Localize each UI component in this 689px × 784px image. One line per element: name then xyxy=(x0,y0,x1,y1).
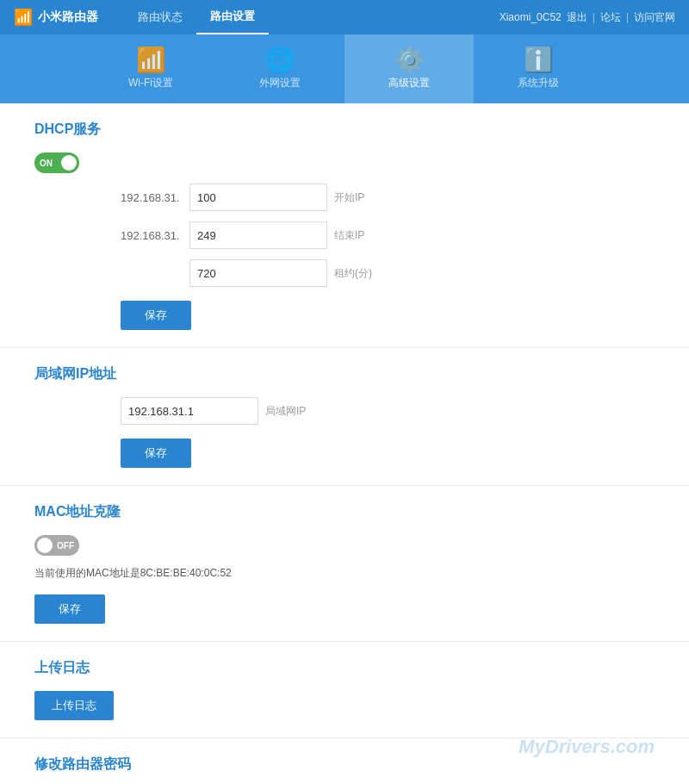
official-link[interactable]: 访问官网 xyxy=(634,10,675,25)
tab-upgrade-label: 系统升级 xyxy=(518,76,559,90)
end-ip-row: 192.168.31. 结束IP xyxy=(34,221,655,249)
forum-link[interactable]: 论坛 xyxy=(600,10,621,25)
start-ip-label: 开始IP xyxy=(334,190,386,205)
start-ip-prefix: 192.168.31. xyxy=(121,191,189,204)
mac-toggle-wrap: OFF xyxy=(34,535,655,556)
lease-row: 租约(分) xyxy=(34,259,655,287)
tab-advanced[interactable]: ⚙️ 高级设置 xyxy=(344,34,474,103)
tab-wan-label: 外网设置 xyxy=(259,76,301,90)
wifi-logo-icon: 📶 xyxy=(14,8,33,27)
tab-upgrade[interactable]: ℹ️ 系统升级 xyxy=(474,34,603,103)
end-ip-input[interactable] xyxy=(189,221,327,249)
lan-ip-save-button[interactable]: 保存 xyxy=(121,439,191,468)
top-nav: 📶 小米路由器 路由状态 路由设置 Xiaomi_0C52 退出 | 论坛 | … xyxy=(0,0,689,34)
dhcp-toggle-wrap: ON xyxy=(34,152,655,173)
logo: 📶 小米路由器 xyxy=(14,8,98,27)
lan-ip-row: 局域网IP xyxy=(34,397,655,425)
change-password-section: 修改路由器密码 保存 xyxy=(0,738,689,784)
user-info: Xiaomi_0C52 退出 | 论坛 | 访问官网 xyxy=(500,10,675,25)
logout-link[interactable]: 退出 xyxy=(567,10,587,25)
lease-label: 租约(分) xyxy=(334,266,386,281)
tab-wifi[interactable]: 📶 Wi-Fi设置 xyxy=(86,34,215,103)
mac-toggle[interactable]: OFF xyxy=(34,535,79,556)
dhcp-toggle[interactable]: ON xyxy=(34,152,79,173)
nav-links: 路由状态 路由设置 xyxy=(124,0,500,34)
tab-advanced-label: 高级设置 xyxy=(388,76,430,90)
upload-log-button[interactable]: 上传日志 xyxy=(34,691,114,720)
lan-ip-section: 局域网IP地址 局域网IP 保存 xyxy=(0,348,689,486)
end-ip-prefix: 192.168.31. xyxy=(121,229,189,242)
nav-status[interactable]: 路由状态 xyxy=(124,0,196,34)
wifi-tab-icon: 📶 xyxy=(136,48,166,72)
nav-settings[interactable]: 路由设置 xyxy=(196,0,269,34)
main-content: DHCP服务 ON 192.168.31. 开始IP 192.168.31. 结… xyxy=(0,103,689,784)
start-ip-row: 192.168.31. 开始IP xyxy=(34,184,655,211)
mac-section: MAC地址克隆 OFF 当前使用的MAC地址是8C:BE:BE:40:0C:52… xyxy=(0,486,689,642)
mac-info-text: 当前使用的MAC地址是8C:BE:BE:40:0C:52 xyxy=(34,566,655,581)
dhcp-section: DHCP服务 ON 192.168.31. 开始IP 192.168.31. 结… xyxy=(0,103,689,348)
end-ip-label: 结束IP xyxy=(334,228,386,243)
tab-wifi-label: Wi-Fi设置 xyxy=(128,76,173,90)
upgrade-tab-icon: ℹ️ xyxy=(524,48,554,72)
dhcp-title: DHCP服务 xyxy=(34,121,655,139)
lan-ip-title: 局域网IP地址 xyxy=(34,365,655,383)
mac-toggle-knob xyxy=(37,538,53,553)
lan-ip-label: 局域网IP xyxy=(265,404,317,419)
mac-title: MAC地址克隆 xyxy=(34,503,655,521)
tab-wan[interactable]: 🌐 外网设置 xyxy=(215,34,344,103)
start-ip-input[interactable] xyxy=(189,184,327,211)
mac-save-button[interactable]: 保存 xyxy=(34,594,105,624)
change-password-title: 修改路由器密码 xyxy=(34,756,655,774)
advanced-tab-icon: ⚙️ xyxy=(394,48,425,72)
mac-toggle-label: OFF xyxy=(57,541,74,551)
dhcp-toggle-label: ON xyxy=(40,159,53,168)
logo-title: 小米路由器 xyxy=(38,9,98,25)
wan-tab-icon: 🌐 xyxy=(265,48,295,72)
username: Xiaomi_0C52 xyxy=(500,11,562,23)
icon-tab-bar: 📶 Wi-Fi设置 🌐 外网设置 ⚙️ 高级设置 ℹ️ 系统升级 xyxy=(0,34,689,103)
upload-log-section: 上传日志 上传日志 xyxy=(0,642,689,738)
upload-log-title: 上传日志 xyxy=(34,659,655,677)
lease-input[interactable] xyxy=(189,259,327,287)
dhcp-save-button[interactable]: 保存 xyxy=(121,301,191,330)
lan-ip-input[interactable] xyxy=(121,397,258,425)
dhcp-toggle-knob xyxy=(61,155,77,171)
